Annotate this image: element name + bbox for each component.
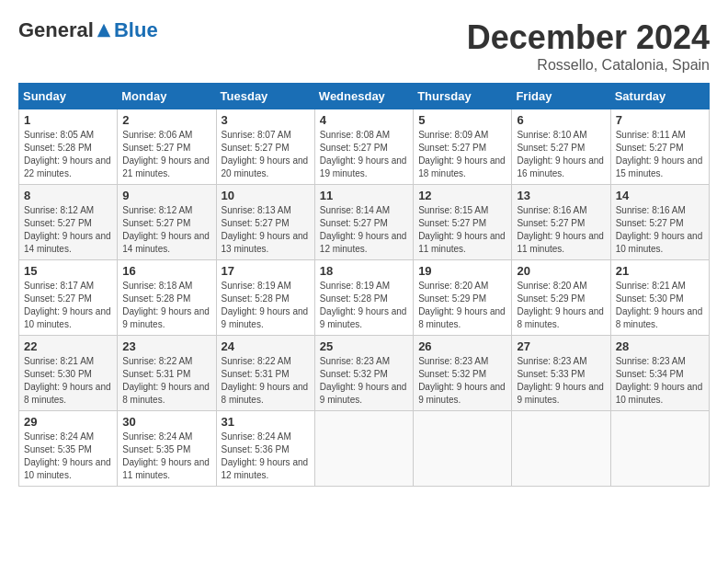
day-number: 19 [418, 264, 506, 278]
calendar-day-cell: 23Sunrise: 8:22 AMSunset: 5:31 PMDayligh… [118, 336, 216, 411]
day-info: Sunrise: 8:18 AMSunset: 5:28 PMDaylight:… [122, 280, 210, 331]
location: Rossello, Catalonia, Spain [467, 57, 710, 74]
calendar-day-cell: 22Sunrise: 8:21 AMSunset: 5:30 PMDayligh… [19, 336, 118, 411]
weekday-header-monday: Monday [118, 84, 216, 109]
calendar-day-cell: 27Sunrise: 8:23 AMSunset: 5:33 PMDayligh… [512, 336, 610, 411]
calendar-week-row: 1Sunrise: 8:05 AMSunset: 5:28 PMDaylight… [19, 109, 710, 185]
day-info: Sunrise: 8:23 AMSunset: 5:32 PMDaylight:… [418, 355, 506, 407]
day-info: Sunrise: 8:23 AMSunset: 5:32 PMDaylight:… [320, 355, 408, 407]
day-number: 23 [122, 339, 210, 353]
day-number: 7 [616, 113, 704, 127]
calendar-day-cell: 18Sunrise: 8:19 AMSunset: 5:28 PMDayligh… [314, 260, 413, 336]
day-info: Sunrise: 8:17 AMSunset: 5:27 PMDaylight:… [24, 280, 112, 331]
day-info: Sunrise: 8:22 AMSunset: 5:31 PMDaylight:… [122, 355, 210, 407]
day-number: 24 [222, 339, 310, 353]
day-info: Sunrise: 8:23 AMSunset: 5:33 PMDaylight:… [517, 355, 605, 407]
day-number: 3 [222, 113, 310, 127]
day-info: Sunrise: 8:23 AMSunset: 5:34 PMDaylight:… [616, 355, 704, 407]
day-info: Sunrise: 8:08 AMSunset: 5:27 PMDaylight:… [320, 129, 408, 180]
weekday-header-row: SundayMondayTuesdayWednesdayThursdayFrid… [19, 84, 710, 109]
day-info: Sunrise: 8:24 AMSunset: 5:36 PMDaylight:… [222, 431, 310, 482]
day-number: 12 [418, 189, 506, 202]
empty-cell [414, 411, 512, 487]
day-info: Sunrise: 8:12 AMSunset: 5:27 PMDaylight:… [122, 204, 210, 256]
calendar-day-cell: 19Sunrise: 8:20 AMSunset: 5:29 PMDayligh… [414, 260, 512, 336]
empty-cell [512, 411, 610, 487]
day-info: Sunrise: 8:07 AMSunset: 5:27 PMDaylight:… [222, 129, 310, 180]
calendar-day-cell: 12Sunrise: 8:15 AMSunset: 5:27 PMDayligh… [414, 185, 512, 260]
weekday-header-sunday: Sunday [19, 84, 118, 109]
weekday-header-saturday: Saturday [610, 84, 709, 109]
day-number: 28 [616, 339, 704, 353]
svg-marker-0 [97, 24, 110, 37]
calendar-day-cell: 28Sunrise: 8:23 AMSunset: 5:34 PMDayligh… [610, 336, 709, 411]
empty-cell [314, 411, 413, 487]
weekday-header-thursday: Thursday [414, 84, 512, 109]
logo-blue-text: Blue [114, 18, 158, 42]
day-info: Sunrise: 8:12 AMSunset: 5:27 PMDaylight:… [24, 204, 112, 256]
calendar-day-cell: 30Sunrise: 8:24 AMSunset: 5:35 PMDayligh… [118, 411, 216, 487]
calendar-day-cell: 3Sunrise: 8:07 AMSunset: 5:27 PMDaylight… [216, 109, 314, 185]
day-number: 18 [320, 264, 408, 278]
day-info: Sunrise: 8:21 AMSunset: 5:30 PMDaylight:… [24, 355, 112, 407]
day-info: Sunrise: 8:05 AMSunset: 5:28 PMDaylight:… [24, 129, 112, 180]
day-info: Sunrise: 8:20 AMSunset: 5:29 PMDaylight:… [418, 280, 506, 331]
day-number: 13 [517, 189, 605, 202]
calendar-day-cell: 11Sunrise: 8:14 AMSunset: 5:27 PMDayligh… [314, 185, 413, 260]
calendar-day-cell: 9Sunrise: 8:12 AMSunset: 5:27 PMDaylight… [118, 185, 216, 260]
calendar-day-cell: 21Sunrise: 8:21 AMSunset: 5:30 PMDayligh… [610, 260, 709, 336]
day-info: Sunrise: 8:21 AMSunset: 5:30 PMDaylight:… [616, 280, 704, 331]
day-number: 15 [24, 264, 112, 278]
calendar-day-cell: 4Sunrise: 8:08 AMSunset: 5:27 PMDaylight… [314, 109, 413, 185]
calendar-day-cell: 10Sunrise: 8:13 AMSunset: 5:27 PMDayligh… [216, 185, 314, 260]
calendar-day-cell: 13Sunrise: 8:16 AMSunset: 5:27 PMDayligh… [512, 185, 610, 260]
day-info: Sunrise: 8:16 AMSunset: 5:27 PMDaylight:… [517, 204, 605, 256]
calendar-day-cell: 14Sunrise: 8:16 AMSunset: 5:27 PMDayligh… [610, 185, 709, 260]
calendar-week-row: 8Sunrise: 8:12 AMSunset: 5:27 PMDaylight… [19, 185, 710, 260]
calendar-day-cell: 17Sunrise: 8:19 AMSunset: 5:28 PMDayligh… [216, 260, 314, 336]
calendar-day-cell: 6Sunrise: 8:10 AMSunset: 5:27 PMDaylight… [512, 109, 610, 185]
day-info: Sunrise: 8:19 AMSunset: 5:28 PMDaylight:… [320, 280, 408, 331]
calendar-body: 1Sunrise: 8:05 AMSunset: 5:28 PMDaylight… [19, 109, 710, 487]
day-number: 25 [320, 339, 408, 353]
weekday-header-friday: Friday [512, 84, 610, 109]
day-info: Sunrise: 8:15 AMSunset: 5:27 PMDaylight:… [418, 204, 506, 256]
day-number: 14 [616, 189, 704, 202]
day-info: Sunrise: 8:24 AMSunset: 5:35 PMDaylight:… [24, 431, 112, 482]
day-number: 6 [517, 113, 605, 127]
day-number: 22 [24, 339, 112, 353]
logo-icon [96, 22, 112, 39]
day-info: Sunrise: 8:06 AMSunset: 5:27 PMDaylight:… [122, 129, 210, 180]
day-number: 30 [122, 415, 210, 429]
weekday-header-wednesday: Wednesday [314, 84, 413, 109]
calendar-day-cell: 7Sunrise: 8:11 AMSunset: 5:27 PMDaylight… [610, 109, 709, 185]
day-info: Sunrise: 8:11 AMSunset: 5:27 PMDaylight:… [616, 129, 704, 180]
calendar-table: SundayMondayTuesdayWednesdayThursdayFrid… [18, 83, 710, 487]
calendar-day-cell: 5Sunrise: 8:09 AMSunset: 5:27 PMDaylight… [414, 109, 512, 185]
day-number: 2 [122, 113, 210, 127]
calendar-day-cell: 25Sunrise: 8:23 AMSunset: 5:32 PMDayligh… [314, 336, 413, 411]
day-info: Sunrise: 8:19 AMSunset: 5:28 PMDaylight:… [222, 280, 310, 331]
calendar-day-cell: 1Sunrise: 8:05 AMSunset: 5:28 PMDaylight… [19, 109, 118, 185]
calendar-day-cell: 20Sunrise: 8:20 AMSunset: 5:29 PMDayligh… [512, 260, 610, 336]
day-info: Sunrise: 8:09 AMSunset: 5:27 PMDaylight:… [418, 129, 506, 180]
day-number: 17 [222, 264, 310, 278]
day-number: 1 [24, 113, 112, 127]
calendar-day-cell: 15Sunrise: 8:17 AMSunset: 5:27 PMDayligh… [19, 260, 118, 336]
day-number: 31 [222, 415, 310, 429]
day-number: 26 [418, 339, 506, 353]
day-number: 10 [222, 189, 310, 202]
calendar-day-cell: 8Sunrise: 8:12 AMSunset: 5:27 PMDaylight… [19, 185, 118, 260]
calendar-day-cell: 31Sunrise: 8:24 AMSunset: 5:36 PMDayligh… [216, 411, 314, 487]
calendar-day-cell: 2Sunrise: 8:06 AMSunset: 5:27 PMDaylight… [118, 109, 216, 185]
day-number: 4 [320, 113, 408, 127]
day-info: Sunrise: 8:13 AMSunset: 5:27 PMDaylight:… [222, 204, 310, 256]
calendar-day-cell: 16Sunrise: 8:18 AMSunset: 5:28 PMDayligh… [118, 260, 216, 336]
calendar-day-cell: 24Sunrise: 8:22 AMSunset: 5:31 PMDayligh… [216, 336, 314, 411]
calendar-day-cell: 26Sunrise: 8:23 AMSunset: 5:32 PMDayligh… [414, 336, 512, 411]
day-number: 21 [616, 264, 704, 278]
logo-general-text: General [18, 18, 94, 42]
day-info: Sunrise: 8:22 AMSunset: 5:31 PMDaylight:… [222, 355, 310, 407]
day-info: Sunrise: 8:10 AMSunset: 5:27 PMDaylight:… [517, 129, 605, 180]
day-info: Sunrise: 8:24 AMSunset: 5:35 PMDaylight:… [122, 431, 210, 482]
